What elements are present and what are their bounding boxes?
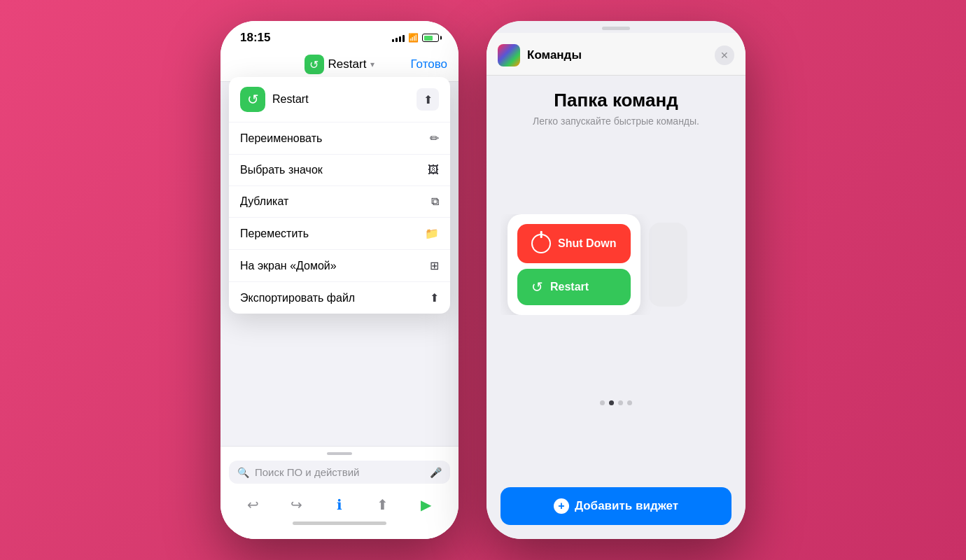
home-screen-icon: ⊞ <box>430 259 439 272</box>
right-phone: Команды ✕ Папка команд Легко запускайте … <box>486 21 746 539</box>
rename-label: Переименовать <box>240 132 322 145</box>
side-card <box>649 223 687 307</box>
folder-subtitle: Легко запускайте быстрые команды. <box>533 115 699 127</box>
dot-3 <box>618 400 623 405</box>
main-widget-card: Shut Down ↺ Restart <box>507 214 640 315</box>
widgets-scroll: Shut Down ↺ Restart <box>500 214 732 315</box>
image-icon: 🖼 <box>428 164 439 176</box>
shutdown-button[interactable]: Shut Down <box>517 224 631 263</box>
add-widget-button[interactable]: + Добавить виджет <box>500 487 732 525</box>
dropdown-item-export[interactable]: Экспортировать файл ⬆ <box>229 282 450 314</box>
dropdown-overlay: ↺ Restart ⬆ Переименовать ✏ Выбрать знач… <box>220 21 458 539</box>
dropdown-restart-label: Restart <box>272 93 309 106</box>
add-widget-label: Добавить виджет <box>575 499 678 513</box>
close-button[interactable]: ✕ <box>715 46 734 65</box>
folder-title-section: Папка команд Легко запускайте быстрые ко… <box>533 90 699 127</box>
add-widget-plus-icon: + <box>554 498 569 514</box>
dropdown-item-rename[interactable]: Переименовать ✏ <box>229 122 450 155</box>
dropdown-header: ↺ Restart ⬆ <box>229 77 450 122</box>
dot-4 <box>627 400 632 405</box>
dots-indicator <box>600 400 632 405</box>
dropdown-menu: ↺ Restart ⬆ Переименовать ✏ Выбрать знач… <box>229 77 450 314</box>
export-label: Экспортировать файл <box>240 292 355 304</box>
export-icon: ⬆ <box>430 291 439 304</box>
dropdown-restart-icon: ↺ <box>240 87 265 112</box>
move-label: Переместить <box>240 227 309 240</box>
power-icon <box>531 234 551 253</box>
dropdown-item-duplicate[interactable]: Дубликат ⧉ <box>229 186 450 218</box>
dropdown-item-choose-icon[interactable]: Выбрать значок 🖼 <box>229 155 450 186</box>
choose-icon-label: Выбрать значок <box>240 164 323 176</box>
right-content: Папка команд Легко запускайте быстрые ко… <box>486 76 746 539</box>
dropdown-item-move[interactable]: Переместить 📁 <box>229 218 450 250</box>
dropdown-item-home[interactable]: На экран «Домой» ⊞ <box>229 250 450 282</box>
dot-2-active <box>609 400 614 405</box>
shutdown-label: Shut Down <box>558 237 617 250</box>
dropdown-restart-left: ↺ Restart <box>240 87 309 112</box>
commands-title: Команды <box>527 48 715 62</box>
left-phone: 18:15 📶 ↺ Restart ▾ Готово <box>220 21 458 539</box>
right-drag-handle <box>602 27 630 30</box>
folder-title: Папка команд <box>533 90 699 111</box>
dot-1 <box>600 400 605 405</box>
home-label: На экран «Домой» <box>240 260 337 272</box>
restart-widget-button[interactable]: ↺ Restart <box>517 269 631 305</box>
duplicate-label: Дубликат <box>240 195 288 208</box>
share-icon[interactable]: ⬆ <box>416 88 439 111</box>
duplicate-icon: ⧉ <box>431 195 439 208</box>
right-phone-header: Команды ✕ <box>486 33 746 76</box>
rename-icon: ✏ <box>430 132 439 145</box>
restart-widget-label: Restart <box>550 281 589 293</box>
restart-widget-icon: ↺ <box>531 279 543 295</box>
folder-icon: 📁 <box>425 227 439 240</box>
commands-app-icon <box>498 44 520 66</box>
